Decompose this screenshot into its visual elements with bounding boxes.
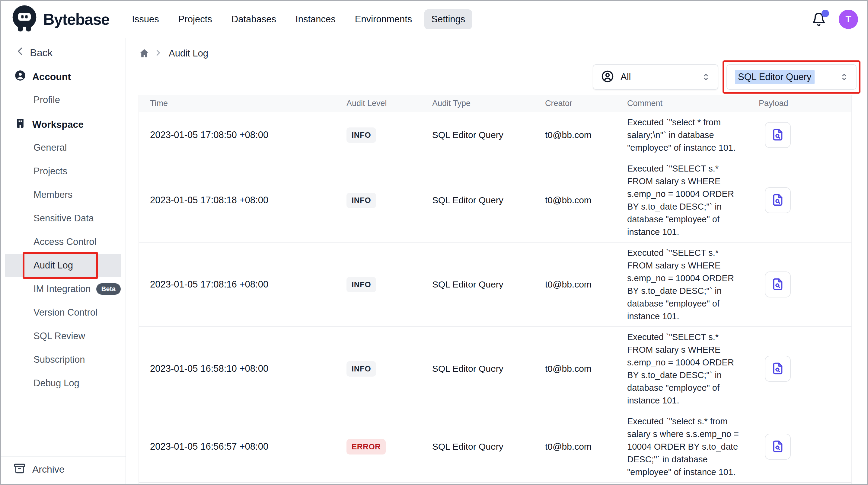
column-header-creator: Creator xyxy=(531,99,619,108)
cell-time: 2023-01-05 16:58:10 +08:00 xyxy=(139,363,344,374)
bell-icon xyxy=(812,22,826,27)
cell-comment: Executed `"SELECT s.* FROM salary s WHER… xyxy=(619,331,739,407)
cell-time: 2023-01-05 17:08:18 +08:00 xyxy=(139,195,344,206)
top-nav-links: IssuesProjectsDatabasesInstancesEnvironm… xyxy=(125,9,472,29)
cell-creator: t0@bb.com xyxy=(531,279,619,290)
brand-wordmark: Bytebase xyxy=(43,10,109,28)
sidebar-item-access-control[interactable]: Access Control xyxy=(1,230,126,254)
cell-time: 2023-01-05 17:08:16 +08:00 xyxy=(139,279,344,290)
audit-level-badge: INFO xyxy=(346,127,376,143)
cell-creator: t0@bb.com xyxy=(531,195,619,205)
table-row: 2023-01-05 17:08:16 +08:00INFOSQL Editor… xyxy=(139,242,851,327)
home-icon[interactable] xyxy=(138,48,150,59)
top-nav-right: T xyxy=(812,10,858,29)
sidebar-item-label: Profile xyxy=(33,94,60,105)
sidebar-item-label: Version Control xyxy=(33,307,97,318)
cell-audit-level: ERROR xyxy=(344,439,432,455)
column-header-payload: Payload xyxy=(751,99,851,108)
cell-comment: Executed `"SELECT s.* FROM salary s WHER… xyxy=(619,247,739,322)
sidebar-item-sensitive-data[interactable]: Sensitive Data xyxy=(1,206,126,230)
avatar[interactable]: T xyxy=(839,10,858,29)
sidebar-item-label: Debug Log xyxy=(33,378,80,389)
cell-audit-level: INFO xyxy=(344,277,432,292)
sidebar-item-general[interactable]: General xyxy=(1,136,126,160)
audit-table-body: 2023-01-05 17:08:50 +08:00INFOSQL Editor… xyxy=(139,112,851,485)
table-row: 2023-01-05 13:32:52 +08:00INFOSQL Editor… xyxy=(139,483,851,485)
user-circle-icon xyxy=(600,69,615,85)
cell-payload xyxy=(751,434,851,460)
cell-creator: t0@bb.com xyxy=(531,364,619,374)
cell-audit-level: INFO xyxy=(344,361,432,377)
archive-icon xyxy=(13,462,26,478)
sidebar-section-account: Account xyxy=(1,65,126,88)
column-header-audit-level: Audit Level xyxy=(344,99,432,108)
payload-view-button[interactable] xyxy=(765,434,791,460)
nav-item-settings[interactable]: Settings xyxy=(424,9,472,29)
audit-log-table: TimeAudit LevelAudit TypeCreatorCommentP… xyxy=(138,95,852,485)
main-content: Audit Log All xyxy=(126,38,867,484)
payload-view-button[interactable] xyxy=(765,272,791,297)
nav-item-environments[interactable]: Environments xyxy=(348,9,419,29)
cell-payload xyxy=(751,122,851,148)
payload-view-button[interactable] xyxy=(765,122,791,148)
cell-creator: t0@bb.com xyxy=(531,130,619,140)
audit-level-badge: INFO xyxy=(346,193,376,208)
cell-payload xyxy=(751,272,851,297)
sidebar-item-archive[interactable]: Archive xyxy=(1,456,126,482)
nav-item-instances[interactable]: Instances xyxy=(288,9,343,29)
audit-type-filter-value: SQL Editor Query xyxy=(735,70,814,84)
cell-creator: t0@bb.com xyxy=(531,441,619,452)
cell-audit-type: SQL Editor Query xyxy=(432,130,531,140)
archive-label: Archive xyxy=(32,464,65,475)
sidebar-item-sql-review[interactable]: SQL Review xyxy=(1,324,126,348)
beta-badge: Beta xyxy=(96,283,121,295)
payload-view-button[interactable] xyxy=(765,356,791,382)
bytebase-logo[interactable]: Bytebase xyxy=(10,4,109,34)
payload-view-button[interactable] xyxy=(765,187,791,213)
table-row: 2023-01-05 16:58:10 +08:00INFOSQL Editor… xyxy=(139,327,851,411)
audit-level-badge: INFO xyxy=(346,277,376,292)
sidebar-item-im-integration[interactable]: IM IntegrationBeta xyxy=(1,277,126,301)
table-row: 2023-01-05 16:56:57 +08:00ERRORSQL Edito… xyxy=(139,411,851,483)
nav-item-databases[interactable]: Databases xyxy=(224,9,283,29)
sidebar-item-audit-log[interactable]: Audit Log xyxy=(5,254,121,277)
audit-level-badge: INFO xyxy=(346,361,376,377)
sidebar-item-label: General xyxy=(33,142,67,153)
cell-payload xyxy=(751,356,851,382)
sidebar-item-projects[interactable]: Projects xyxy=(1,160,126,183)
table-row: 2023-01-05 17:08:50 +08:00INFOSQL Editor… xyxy=(139,112,851,158)
file-search-icon xyxy=(771,193,785,208)
user-circle-filled-icon xyxy=(14,69,26,84)
sidebar-item-label: Members xyxy=(33,189,72,200)
cell-comment: Executed `"SELECT s.* FROM salary s WHER… xyxy=(619,162,739,238)
file-search-icon xyxy=(771,362,785,376)
column-header-audit-type: Audit Type xyxy=(432,99,531,108)
back-button[interactable]: Back xyxy=(1,44,126,61)
file-search-icon xyxy=(771,439,785,454)
audit-type-filter-select[interactable]: SQL Editor Query xyxy=(726,64,857,90)
sidebar-item-subscription[interactable]: Subscription xyxy=(1,348,126,371)
sidebar-item-members[interactable]: Members xyxy=(1,183,126,206)
notifications-button[interactable] xyxy=(812,12,826,27)
sidebar-item-debug-log[interactable]: Debug Log xyxy=(1,371,126,395)
creator-filter-select[interactable]: All xyxy=(593,64,718,90)
top-nav: Bytebase IssuesProjectsDatabasesInstance… xyxy=(1,1,867,38)
chevrons-up-down-icon xyxy=(839,72,849,82)
column-header-comment: Comment xyxy=(619,99,751,108)
sidebar-item-version-control[interactable]: Version Control xyxy=(1,301,126,324)
cell-payload xyxy=(751,187,851,213)
cell-audit-type: SQL Editor Query xyxy=(432,279,531,290)
nav-item-issues[interactable]: Issues xyxy=(125,9,166,29)
cell-comment: Executed `"select * from salary;\n"` in … xyxy=(619,116,739,154)
chevrons-up-down-icon xyxy=(701,72,711,82)
table-row: 2023-01-05 17:08:18 +08:00INFOSQL Editor… xyxy=(139,158,851,242)
sidebar-item-label: Access Control xyxy=(33,236,96,247)
cell-audit-type: SQL Editor Query xyxy=(432,364,531,374)
sidebar-item-label: SQL Review xyxy=(33,331,85,342)
creator-filter-value: All xyxy=(621,72,631,82)
sidebar-item-profile[interactable]: Profile xyxy=(1,88,126,112)
annotation-box-type-filter: SQL Editor Query xyxy=(722,60,861,94)
sidebar-item-label: Subscription xyxy=(33,354,85,365)
nav-item-projects[interactable]: Projects xyxy=(172,9,219,29)
table-header-row: TimeAudit LevelAudit TypeCreatorCommentP… xyxy=(139,95,851,112)
